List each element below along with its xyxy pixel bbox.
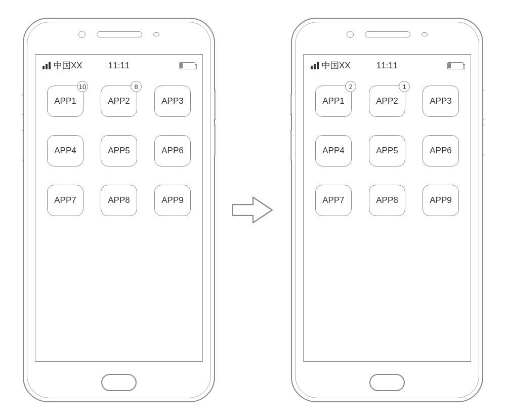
top-sensors <box>292 31 482 38</box>
notification-badge: 8 <box>131 81 142 92</box>
signal-icon <box>43 62 51 69</box>
app-label: APP2 <box>376 96 398 106</box>
app-icon-app3[interactable]: APP3 <box>423 86 459 117</box>
app-icon-app1[interactable]: APP1 2 <box>315 86 352 117</box>
app-label: APP7 <box>54 195 76 205</box>
proximity-sensor-icon <box>153 32 159 36</box>
home-button[interactable] <box>101 374 137 391</box>
app-label: APP7 <box>322 195 344 205</box>
side-button <box>482 90 484 120</box>
camera-icon <box>347 31 354 38</box>
notification-badge: 1 <box>399 81 410 92</box>
carrier-label: 中国XX <box>54 60 82 71</box>
home-button[interactable] <box>369 374 405 391</box>
app-grid: APP1 2 APP2 1 APP3 APP4 APP5 APP6 APP7 <box>304 73 471 228</box>
app-label: APP8 <box>376 195 398 205</box>
top-sensors <box>24 31 214 38</box>
side-button <box>482 125 484 155</box>
app-icon-app2[interactable]: APP2 8 <box>101 86 137 117</box>
app-label: APP3 <box>430 96 451 106</box>
side-button <box>290 95 292 115</box>
app-grid: APP1 10 APP2 8 APP3 APP4 APP5 APP6 APP7 <box>35 73 202 228</box>
phone-before: 中国XX 11:11 APP1 10 APP2 8 APP3 APP4 APP5 <box>23 18 215 402</box>
app-icon-app2[interactable]: APP2 1 <box>369 86 405 117</box>
side-button <box>290 130 292 160</box>
screen[interactable]: 中国XX 11:11 APP1 2 APP2 1 APP3 APP4 APP5 <box>303 54 471 362</box>
app-icon-app7[interactable]: APP7 <box>47 185 83 216</box>
arrow-icon <box>230 187 276 233</box>
app-label: APP1 <box>54 96 76 106</box>
app-icon-app4[interactable]: APP4 <box>47 135 83 166</box>
app-icon-app9[interactable]: APP9 <box>423 185 459 216</box>
app-label: APP8 <box>108 195 130 205</box>
status-bar: 中国XX 11:11 <box>35 55 202 73</box>
proximity-sensor-icon <box>421 32 428 36</box>
app-icon-app5[interactable]: APP5 <box>101 135 137 166</box>
app-icon-app8[interactable]: APP8 <box>101 185 137 216</box>
notification-badge: 2 <box>345 81 356 92</box>
app-icon-app7[interactable]: APP7 <box>315 185 352 216</box>
carrier-label: 中国XX <box>322 60 351 71</box>
side-button <box>22 130 24 160</box>
notification-badge: 10 <box>77 81 88 92</box>
app-label: APP3 <box>161 96 183 106</box>
app-label: APP9 <box>161 195 183 205</box>
app-icon-app5[interactable]: APP5 <box>369 135 405 166</box>
app-icon-app6[interactable]: APP6 <box>154 135 191 166</box>
battery-icon <box>179 62 195 69</box>
phone-after: 中国XX 11:11 APP1 2 APP2 1 APP3 APP4 APP5 <box>291 18 483 402</box>
status-bar: 中国XX 11:11 <box>304 55 471 73</box>
app-icon-app6[interactable]: APP6 <box>423 135 459 166</box>
app-icon-app1[interactable]: APP1 10 <box>47 86 83 117</box>
app-label: APP6 <box>161 146 183 156</box>
speaker-icon <box>97 31 142 37</box>
side-button <box>214 90 216 120</box>
app-label: APP2 <box>108 96 130 106</box>
app-icon-app8[interactable]: APP8 <box>369 185 405 216</box>
app-label: APP4 <box>322 146 344 156</box>
battery-icon <box>447 62 463 69</box>
app-icon-app3[interactable]: APP3 <box>154 86 191 117</box>
app-label: APP5 <box>376 146 398 156</box>
speaker-icon <box>365 31 410 37</box>
app-label: APP1 <box>322 96 344 106</box>
side-button <box>214 125 216 155</box>
app-icon-app4[interactable]: APP4 <box>315 135 352 166</box>
app-label: APP5 <box>108 146 130 156</box>
screen[interactable]: 中国XX 11:11 APP1 10 APP2 8 APP3 APP4 APP5 <box>35 54 203 362</box>
camera-icon <box>78 31 86 38</box>
signal-icon <box>311 62 319 69</box>
app-label: APP6 <box>430 146 451 156</box>
time-label: 11:11 <box>376 61 398 71</box>
side-button <box>22 95 24 115</box>
app-icon-app9[interactable]: APP9 <box>154 185 191 216</box>
time-label: 11:11 <box>108 61 130 71</box>
app-label: APP9 <box>430 195 451 205</box>
app-label: APP4 <box>54 146 76 156</box>
